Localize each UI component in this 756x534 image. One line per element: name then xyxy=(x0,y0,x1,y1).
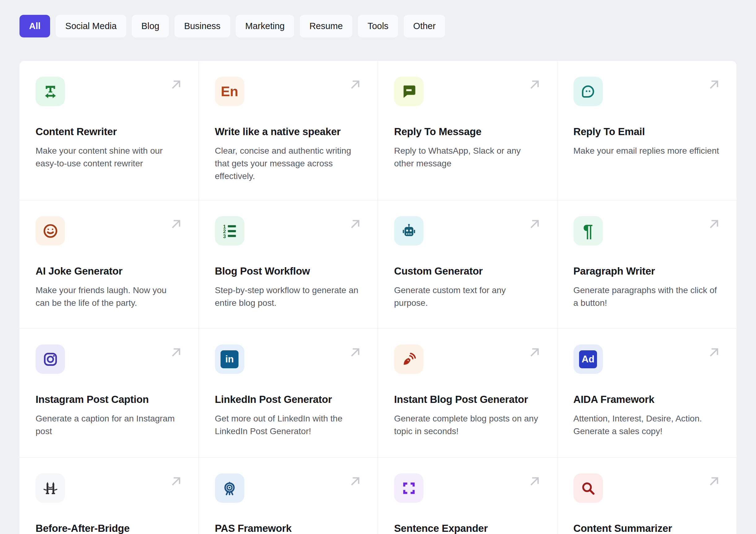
numbered-list-icon: 1 2 3 xyxy=(215,216,244,246)
card-custom-generator[interactable]: Custom Generator Generate custom text fo… xyxy=(378,200,557,329)
card-reply-to-email[interactable]: Reply To Email Make your email replies m… xyxy=(557,61,737,200)
card-content-rewriter[interactable]: Content Rewriter Make your content shine… xyxy=(19,61,199,200)
message-icon xyxy=(394,77,423,106)
card-before-after-bridge[interactable]: Before-After-Bridge xyxy=(19,458,199,534)
card-description: Make your friends laugh. Now you can be … xyxy=(36,284,182,309)
english-language-icon: En xyxy=(215,77,244,106)
tab-marketing[interactable]: Marketing xyxy=(236,15,294,38)
ad-badge-icon: Ad xyxy=(574,344,603,374)
pilcrow-icon: ¶ xyxy=(574,216,603,246)
card-pas-framework[interactable]: PAS Framework xyxy=(199,458,378,534)
card-title: Reply To Message xyxy=(394,126,541,138)
pilcrow-glyph: ¶ xyxy=(583,221,593,241)
open-arrow-icon xyxy=(707,474,721,489)
card-description: Generate complete blog posts on any topi… xyxy=(394,412,541,438)
card-description: Generate paragraphs with the click of a … xyxy=(574,284,721,309)
card-title: Content Summarizer xyxy=(574,522,721,534)
card-title: Before-After-Bridge xyxy=(36,522,182,534)
card-linkedin-post-generator[interactable]: in LinkedIn Post Generator Get more out … xyxy=(199,329,378,458)
magnifier-icon xyxy=(574,473,603,503)
open-arrow-icon xyxy=(527,345,542,360)
card-title: Paragraph Writer xyxy=(574,265,721,277)
ad-label: Ad xyxy=(581,354,594,365)
card-title: Instagram Post Caption xyxy=(36,394,182,405)
pen-signal-icon xyxy=(394,344,423,374)
card-title: AIDA Framework xyxy=(574,394,721,405)
card-content-summarizer[interactable]: Content Summarizer xyxy=(557,458,737,534)
card-description: Generate custom text for any purpose. xyxy=(394,284,541,309)
open-arrow-icon xyxy=(348,474,362,489)
open-arrow-icon xyxy=(707,345,721,360)
card-title: Content Rewriter xyxy=(36,126,182,138)
card-reply-to-message[interactable]: Reply To Message Reply to WhatsApp, Slac… xyxy=(378,61,557,200)
open-arrow-icon xyxy=(169,217,183,231)
ad-badge: Ad xyxy=(579,350,597,368)
card-title: LinkedIn Post Generator xyxy=(215,394,362,405)
tab-all[interactable]: All xyxy=(19,15,50,38)
svg-text:3: 3 xyxy=(223,233,226,239)
bridge-icon xyxy=(36,473,65,503)
open-arrow-icon xyxy=(348,345,362,360)
tab-business[interactable]: Business xyxy=(175,15,230,38)
card-instant-blog-post-generator[interactable]: Instant Blog Post Generator Generate com… xyxy=(378,329,557,458)
card-aida-framework[interactable]: Ad AIDA Framework Attention, Interest, D… xyxy=(557,329,737,458)
card-description: Get more out of LinkedIn with the Linked… xyxy=(215,412,362,438)
instagram-icon xyxy=(36,344,65,374)
card-description: Reply to WhatsApp, Slack or any other me… xyxy=(394,145,541,170)
linkedin-label: in xyxy=(225,354,234,365)
tab-tools[interactable]: Tools xyxy=(358,15,398,38)
open-arrow-icon xyxy=(348,217,362,231)
card-title: Blog Post Workflow xyxy=(215,265,362,277)
linkedin-badge: in xyxy=(221,350,238,368)
smiley-icon xyxy=(36,216,65,246)
open-arrow-icon xyxy=(707,217,721,231)
open-arrow-icon xyxy=(527,78,542,92)
open-arrow-icon xyxy=(169,345,183,360)
card-title: Instant Blog Post Generator xyxy=(394,394,541,405)
card-description: Generate a caption for an Instagram post xyxy=(36,412,182,438)
open-arrow-icon xyxy=(348,78,362,92)
filter-tabs: All Social Media Blog Business Marketing… xyxy=(0,0,756,38)
tab-blog[interactable]: Blog xyxy=(132,15,169,38)
card-title: PAS Framework xyxy=(215,522,362,534)
card-ai-joke-generator[interactable]: AI Joke Generator Make your friends laug… xyxy=(19,200,199,329)
target-icon xyxy=(215,473,244,503)
open-arrow-icon xyxy=(707,78,721,92)
card-native-speaker[interactable]: En Write like a native speaker Clear, co… xyxy=(199,61,378,200)
card-paragraph-writer[interactable]: ¶ Paragraph Writer Generate paragraphs w… xyxy=(557,200,737,329)
card-title: Reply To Email xyxy=(574,126,721,138)
open-arrow-icon xyxy=(527,474,542,489)
tab-other[interactable]: Other xyxy=(404,15,446,38)
open-arrow-icon xyxy=(169,78,183,92)
robot-icon xyxy=(394,216,423,246)
open-arrow-icon xyxy=(527,217,542,231)
card-sentence-expander[interactable]: Sentence Expander xyxy=(378,458,557,534)
expand-icon xyxy=(394,473,423,503)
text-width-icon xyxy=(36,77,65,106)
card-title: AI Joke Generator xyxy=(36,265,182,277)
tab-resume[interactable]: Resume xyxy=(300,15,352,38)
tools-grid: Content Rewriter Make your content shine… xyxy=(19,61,737,534)
card-description: Make your email replies more efficient xyxy=(574,145,721,157)
card-description: Attention, Interest, Desire, Action. Gen… xyxy=(574,412,721,438)
card-title: Sentence Expander xyxy=(394,522,541,534)
card-title: Custom Generator xyxy=(394,265,541,277)
chat-bubble-icon xyxy=(574,77,603,106)
card-description: Step-by-step workflow to generate an ent… xyxy=(215,284,362,309)
en-label: En xyxy=(221,84,238,99)
open-arrow-icon xyxy=(169,474,183,489)
card-description: Clear, concise and authentic writing tha… xyxy=(215,145,362,182)
card-description: Make your content shine with our easy-to… xyxy=(36,145,182,170)
card-instagram-post-caption[interactable]: Instagram Post Caption Generate a captio… xyxy=(19,329,199,458)
card-blog-post-workflow[interactable]: 1 2 3 Blog Post Workflow Step-by-step wo… xyxy=(199,200,378,329)
linkedin-icon: in xyxy=(215,344,244,374)
card-title: Write like a native speaker xyxy=(215,126,362,138)
tab-social-media[interactable]: Social Media xyxy=(56,15,126,38)
